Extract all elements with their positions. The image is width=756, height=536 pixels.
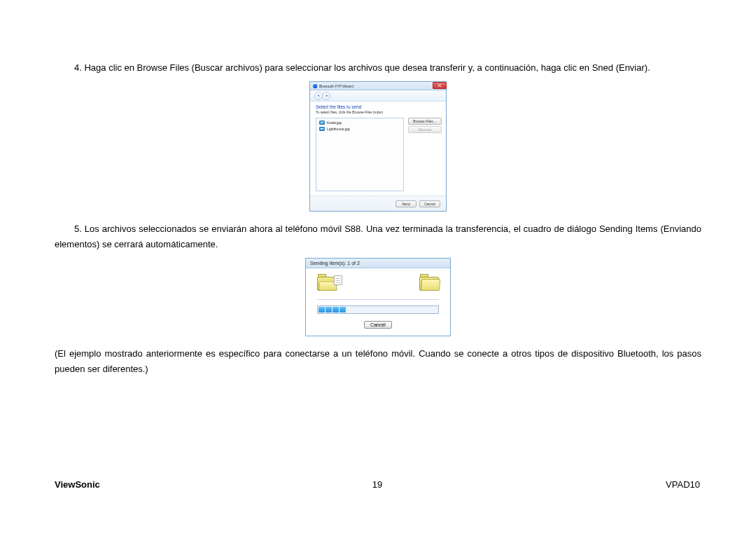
wizard-title: Bluetooth FTP Wizard <box>319 84 354 88</box>
list-item[interactable]: Koala.jpg <box>319 121 400 125</box>
step-5-paragraph: 5. Los archivos seleccionados se enviará… <box>55 221 701 252</box>
sending-titlebar: Sending Item(s): 1 of 2 <box>306 259 450 268</box>
step-4-paragraph: 4. Haga clic en Browse Files (Buscar arc… <box>55 60 701 76</box>
progress-bar <box>317 305 439 314</box>
wizard-cancel-button[interactable]: Cancel <box>419 200 440 207</box>
browse-files-button[interactable]: Browse Files… <box>408 118 442 125</box>
wizard-nav <box>310 90 446 102</box>
bluetooth-icon <box>313 84 317 88</box>
nav-forward-icon[interactable] <box>322 92 330 100</box>
wizard-heading: Select the files to send <box>316 104 442 109</box>
image-file-icon <box>319 127 325 131</box>
image-file-icon <box>319 121 325 125</box>
wizard-subheading: To select files, click the Browse Files … <box>316 110 442 114</box>
remove-button[interactable]: Remove <box>408 126 442 133</box>
file-list[interactable]: Koala.jpg Lighthouse.jpg <box>316 118 404 191</box>
destination-folder-icon <box>419 277 439 291</box>
footer-page-number: 19 <box>55 479 700 490</box>
close-button[interactable] <box>433 82 447 89</box>
page-footer: ViewSonic 19 VPAD10 <box>55 479 700 490</box>
send-button[interactable]: Send <box>396 200 416 207</box>
sending-items-dialog: Sending Item(s): 1 of 2 Cancel <box>305 258 451 336</box>
bluetooth-ftp-wizard-dialog: Bluetooth FTP Wizard Select the files to… <box>309 81 447 212</box>
note-paragraph: (El ejemplo mostrado anteriormente es es… <box>55 346 701 377</box>
source-folder-icon <box>317 277 337 291</box>
file-name: Lighthouse.jpg <box>327 127 350 131</box>
sending-title: Sending Item(s): 1 of 2 <box>310 261 360 266</box>
list-item[interactable]: Lighthouse.jpg <box>319 127 400 131</box>
wizard-titlebar: Bluetooth FTP Wizard <box>310 82 446 90</box>
file-name: Koala.jpg <box>327 121 342 125</box>
cancel-button[interactable]: Cancel <box>364 321 392 329</box>
